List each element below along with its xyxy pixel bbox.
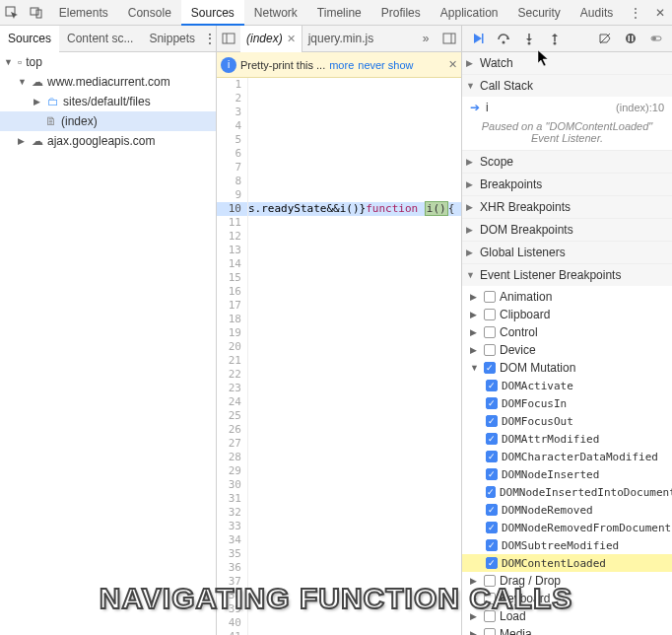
tab-application[interactable]: Application: [431, 0, 508, 26]
event-category[interactable]: ▼✓DOM Mutation: [462, 359, 672, 377]
event-category[interactable]: ▶Control: [462, 323, 672, 341]
event-item[interactable]: ✓DOMAttrModified: [462, 430, 672, 448]
resume-button[interactable]: [468, 29, 488, 48]
event-item[interactable]: ✓DOMActivate: [462, 377, 672, 394]
checkbox[interactable]: ✓: [486, 486, 496, 498]
event-category[interactable]: ▶Media: [462, 625, 672, 635]
checkbox[interactable]: [484, 610, 496, 622]
tab-elements[interactable]: Elements: [49, 0, 118, 26]
checkbox[interactable]: ✓: [486, 415, 498, 427]
event-category[interactable]: ▶Device: [462, 341, 672, 359]
step-over-button[interactable]: [494, 29, 513, 48]
infobar-more-link[interactable]: more: [329, 59, 354, 71]
close-devtools-icon[interactable]: ✕: [647, 6, 672, 20]
event-item[interactable]: ✓DOMNodeInsertedIntoDocument: [462, 483, 672, 501]
infobar-never-link[interactable]: never show: [358, 59, 413, 71]
checkbox[interactable]: ✓: [486, 504, 498, 516]
line-gutter[interactable]: 1234567891011121314151617181920212223242…: [217, 78, 248, 635]
section-scope[interactable]: ▶Scope: [462, 151, 672, 173]
file-tab-jquery[interactable]: jquery.min.js: [302, 32, 379, 45]
section-callstack[interactable]: ▼Call Stack: [462, 75, 672, 97]
subtab-sources[interactable]: Sources: [0, 26, 59, 52]
event-category[interactable]: ▶Drag / Drop: [462, 572, 672, 590]
tab-console[interactable]: Console: [118, 0, 181, 26]
deactivate-breakpoints-button[interactable]: [595, 29, 615, 48]
section-dom-breakpoints[interactable]: ▶DOM Breakpoints: [462, 219, 672, 241]
event-category[interactable]: ▶Clipboard: [462, 306, 672, 323]
chevron-right-icon: ▶: [470, 594, 480, 603]
event-item[interactable]: ✓DOMContentLoaded: [462, 554, 672, 572]
event-item[interactable]: ✓DOMNodeInserted: [462, 465, 672, 483]
checkbox[interactable]: [484, 309, 496, 320]
step-into-button[interactable]: [519, 29, 539, 48]
checkbox[interactable]: ✓: [484, 362, 496, 374]
tab-sources[interactable]: Sources: [181, 0, 244, 26]
toggle-debugger-icon[interactable]: [437, 26, 461, 52]
checkbox[interactable]: ✓: [486, 468, 498, 480]
event-item[interactable]: ✓DOMFocusOut: [462, 412, 672, 430]
event-item[interactable]: ✓DOMCharacterDataModified: [462, 448, 672, 465]
folder-icon: 🗀: [47, 95, 59, 108]
event-category[interactable]: ▶Keyboard: [462, 590, 672, 607]
checkbox[interactable]: ✓: [486, 557, 498, 569]
checkbox[interactable]: ✓: [486, 522, 498, 533]
checkbox[interactable]: ✓: [486, 433, 498, 445]
callstack-frame[interactable]: ➔ i (index):10: [462, 99, 672, 116]
event-item[interactable]: ✓DOMSubtreeModified: [462, 536, 672, 554]
checkbox[interactable]: [484, 344, 496, 356]
close-icon[interactable]: ✕: [287, 26, 296, 52]
tab-profiles[interactable]: Profiles: [371, 0, 431, 26]
async-toggle[interactable]: [646, 29, 666, 48]
tree-folder[interactable]: ▶ 🗀 sites/default/files: [0, 92, 216, 111]
event-category[interactable]: ▶Load: [462, 607, 672, 625]
toggle-navigator-icon[interactable]: [217, 26, 240, 52]
checkbox[interactable]: [484, 575, 496, 587]
tab-security[interactable]: Security: [508, 0, 571, 26]
section-event-listener-breakpoints[interactable]: ▼Event Listener Breakpoints: [462, 264, 672, 286]
overflow-icon[interactable]: »: [414, 26, 437, 52]
tab-audits[interactable]: Audits: [571, 0, 623, 26]
subtab-content-scripts[interactable]: Content sc...: [59, 26, 141, 52]
section-watch[interactable]: ▶Watch: [462, 52, 672, 74]
checkbox[interactable]: [484, 628, 496, 635]
checkbox[interactable]: ✓: [486, 451, 498, 462]
chevron-right-icon: ▶: [470, 611, 480, 621]
svg-rect-15: [629, 35, 631, 41]
event-category-label: Animation: [500, 290, 552, 304]
svg-rect-1: [31, 8, 38, 15]
section-global-listeners[interactable]: ▶Global Listeners: [462, 242, 672, 263]
event-item[interactable]: ✓DOMNodeRemovedFromDocument: [462, 519, 672, 536]
tree-file-index[interactable]: 🗎 (index): [0, 111, 216, 131]
event-item[interactable]: ✓DOMFocusIn: [462, 394, 672, 412]
checkbox[interactable]: ✓: [486, 380, 498, 391]
tree-domain2[interactable]: ▶ ☁ ajax.googleapis.com: [0, 131, 216, 151]
more-icon[interactable]: ⋮: [204, 32, 216, 45]
event-category-label: Clipboard: [500, 308, 550, 321]
file-tab-index[interactable]: (index) ✕: [240, 26, 302, 52]
checkbox[interactable]: [484, 291, 496, 303]
svg-rect-3: [223, 34, 235, 43]
section-xhr-breakpoints[interactable]: ▶XHR Breakpoints: [462, 196, 672, 218]
close-icon[interactable]: ✕: [448, 58, 457, 71]
subtab-snippets[interactable]: Snippets: [141, 26, 203, 52]
file-icon: 🗎: [45, 114, 57, 128]
svg-rect-5: [443, 34, 455, 43]
tree-domain[interactable]: ▼ ☁ www.mediacurrent.com: [0, 72, 216, 92]
inspect-icon[interactable]: [0, 0, 25, 26]
event-item[interactable]: ✓DOMNodeRemoved: [462, 501, 672, 519]
checkbox[interactable]: [484, 593, 496, 604]
more-icon[interactable]: ⋮: [623, 0, 647, 26]
pause-exceptions-button[interactable]: [621, 29, 640, 48]
device-icon[interactable]: [25, 0, 49, 26]
checkbox[interactable]: [484, 326, 496, 338]
event-category[interactable]: ▶Animation: [462, 288, 672, 306]
tab-timeline[interactable]: Timeline: [307, 0, 371, 26]
checkbox[interactable]: ✓: [486, 539, 498, 551]
code-area[interactable]: s.readyState&&i()}function i(){: [248, 78, 461, 635]
checkbox[interactable]: ✓: [486, 397, 498, 409]
tab-network[interactable]: Network: [244, 0, 307, 26]
step-out-button[interactable]: [545, 29, 565, 48]
tree-root[interactable]: ▼ ▫ top: [0, 52, 216, 72]
event-category-label: Keyboard: [500, 592, 550, 605]
section-breakpoints[interactable]: ▶Breakpoints: [462, 174, 672, 195]
